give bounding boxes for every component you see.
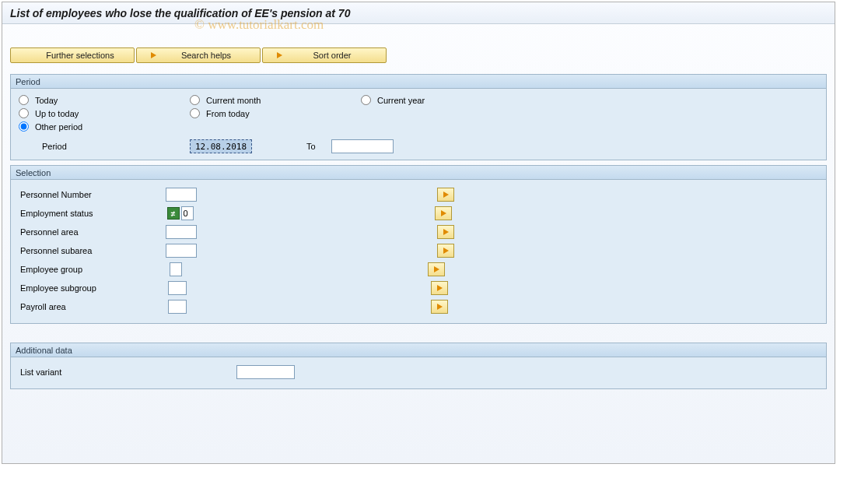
period-date-row: Period To xyxy=(19,139,818,153)
row-personnel-number: Personnel Number xyxy=(19,186,818,203)
row-personnel-subarea: Personnel subarea xyxy=(19,242,818,259)
radio-current-month-label: Current month xyxy=(206,96,261,105)
further-selections-label: Further selections xyxy=(34,51,126,60)
input-employee-subgroup[interactable] xyxy=(168,281,187,295)
arrow-right-icon xyxy=(441,210,446,216)
multi-select-employee-subgroup[interactable] xyxy=(431,281,448,295)
selection-panel: Selection Personnel Number Employment st… xyxy=(10,165,827,324)
period-body: Today Current month Current year Up to t… xyxy=(11,89,826,160)
input-list-variant[interactable] xyxy=(236,365,295,379)
period-to-label: To xyxy=(306,142,316,151)
label-employment-status: Employment status xyxy=(19,209,167,218)
arrow-right-icon xyxy=(145,52,160,58)
label-list-variant: List variant xyxy=(19,367,236,377)
multi-select-employment-status[interactable] xyxy=(435,206,452,220)
search-helps-button[interactable]: Search helps xyxy=(136,47,261,63)
input-personnel-number[interactable] xyxy=(166,188,197,202)
page-title: List of employees who lose the qualifica… xyxy=(2,2,835,24)
arrow-right-icon xyxy=(437,285,443,291)
radio-other-period-label: Other period xyxy=(35,122,82,132)
period-radio-grid: Today Current month Current year Up to t… xyxy=(19,95,818,135)
radio-up-to-today-label: Up to today xyxy=(35,109,79,118)
row-personnel-area: Personnel area xyxy=(19,223,818,241)
arrow-right-icon xyxy=(443,229,449,235)
sort-order-label: Sort order xyxy=(286,51,378,60)
arrow-right-icon xyxy=(434,266,439,272)
period-to-input[interactable] xyxy=(331,139,394,153)
radio-current-year-label: Current year xyxy=(377,96,425,105)
row-list-variant: List variant xyxy=(19,364,818,381)
selection-body: Personnel Number Employment status ≠ Per… xyxy=(11,180,826,323)
row-payroll-area: Payroll area xyxy=(19,298,818,315)
multi-select-payroll-area[interactable] xyxy=(431,300,448,314)
multi-select-personnel-subarea[interactable] xyxy=(437,244,454,258)
main-window: List of employees who lose the qualifica… xyxy=(2,2,835,464)
label-employee-subgroup: Employee subgroup xyxy=(19,283,168,293)
label-employee-group: Employee group xyxy=(19,265,170,274)
arrow-right-icon xyxy=(443,248,449,254)
input-employment-status[interactable] xyxy=(181,206,194,220)
multi-select-employee-group[interactable] xyxy=(428,262,445,276)
additional-data-body: List variant xyxy=(11,357,826,388)
sort-order-button[interactable]: Sort order xyxy=(262,47,387,63)
arrow-right-icon xyxy=(437,304,443,310)
input-employee-group[interactable] xyxy=(170,262,182,276)
multi-select-personnel-area[interactable] xyxy=(437,225,454,239)
arrow-right-icon xyxy=(271,52,286,58)
label-personnel-area: Personnel area xyxy=(19,227,166,237)
radio-up-to-today[interactable]: Up to today xyxy=(19,108,190,118)
period-from-input[interactable] xyxy=(190,139,252,153)
row-employment-status: Employment status ≠ xyxy=(19,205,818,222)
label-payroll-area: Payroll area xyxy=(19,302,168,311)
radio-from-today-label: From today xyxy=(206,109,250,118)
input-personnel-subarea[interactable] xyxy=(166,244,197,258)
additional-data-header: Additional data xyxy=(11,343,826,357)
period-panel: Period Today Current month Current year … xyxy=(10,74,827,160)
additional-data-panel: Additional data List variant xyxy=(10,343,827,389)
label-personnel-subarea: Personnel subarea xyxy=(19,246,166,255)
input-payroll-area[interactable] xyxy=(168,300,187,314)
radio-current-month[interactable]: Current month xyxy=(190,95,361,105)
period-header: Period xyxy=(11,75,826,89)
row-employee-subgroup: Employee subgroup xyxy=(19,279,818,297)
radio-today-label: Today xyxy=(35,96,58,105)
arrow-right-icon xyxy=(443,192,449,198)
multi-select-personnel-number[interactable] xyxy=(437,188,454,202)
row-employee-group: Employee group xyxy=(19,261,818,278)
period-label: Period xyxy=(42,142,182,151)
selection-header: Selection xyxy=(11,166,826,180)
input-personnel-area[interactable] xyxy=(166,225,197,239)
radio-from-today[interactable]: From today xyxy=(190,108,361,118)
not-equal-icon: ≠ xyxy=(167,207,180,220)
label-personnel-number: Personnel Number xyxy=(19,190,166,199)
radio-other-period[interactable]: Other period xyxy=(19,121,190,132)
radio-today[interactable]: Today xyxy=(19,95,190,105)
further-selections-button[interactable]: Further selections xyxy=(10,47,135,63)
radio-current-year[interactable]: Current year xyxy=(361,95,532,105)
toolbar: Further selections Search helps Sort ord… xyxy=(2,24,835,69)
search-helps-label: Search helps xyxy=(160,51,252,60)
